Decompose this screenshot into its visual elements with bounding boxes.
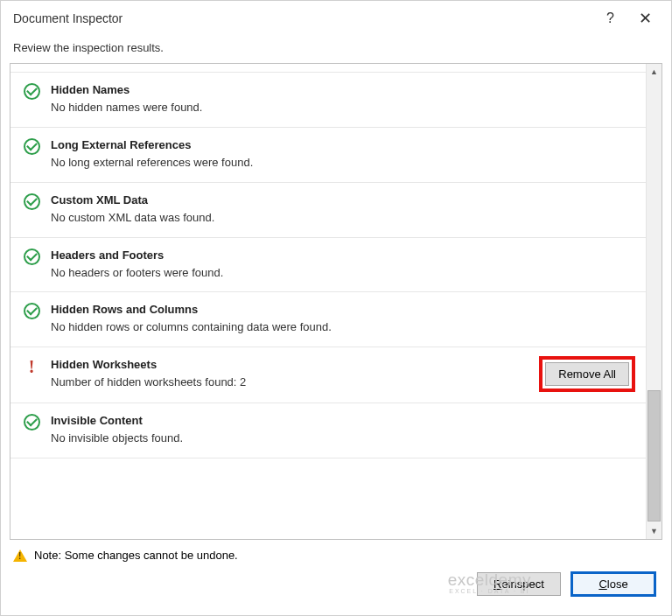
scroll-down-arrow-icon[interactable]: ▼: [647, 523, 662, 539]
help-icon[interactable]: ?: [606, 10, 614, 26]
result-item: Headers and FootersNo headers or footers…: [10, 238, 646, 293]
dialog-footer: Note: Some changes cannot be undone. Rei…: [1, 540, 671, 596]
result-title: Headers and Footers: [51, 248, 635, 262]
result-title: Hidden Names: [51, 83, 635, 96]
result-title: Long External References: [51, 138, 635, 151]
checkmark-icon: [24, 193, 40, 210]
result-description: No hidden rows or columns containing dat…: [51, 319, 635, 336]
dialog-titlebar: Document Inspector ? ✕: [1, 1, 671, 36]
checkmark-icon: [24, 248, 40, 265]
checkmark-icon: [24, 414, 40, 430]
footer-button-row: Reinspect Close: [13, 570, 659, 596]
result-description: No hidden names were found.: [51, 100, 635, 116]
results-panel: Hidden NamesNo hidden names were found.L…: [10, 63, 662, 540]
result-item: Hidden NamesNo hidden names were found.: [10, 73, 646, 128]
checkmark-icon: [24, 83, 40, 100]
close-button[interactable]: Close: [571, 572, 655, 596]
result-item: Invisible ContentNo invisible objects fo…: [10, 403, 646, 458]
result-description: No long external references were found.: [51, 155, 635, 172]
result-item: Custom XML DataNo custom XML data was fo…: [10, 183, 646, 238]
result-description: Number of hidden worksheets found: 2: [51, 374, 530, 391]
results-list: Hidden NamesNo hidden names were found.L…: [10, 64, 646, 539]
result-title: Hidden Rows and Columns: [51, 303, 635, 316]
scroll-track[interactable]: [647, 80, 662, 523]
exclamation-icon: !: [29, 358, 35, 392]
result-item: Hidden Rows and ColumnsNo hidden rows or…: [10, 292, 646, 347]
result-item: Long External ReferencesNo long external…: [10, 128, 646, 183]
scroll-up-arrow-icon[interactable]: ▲: [647, 64, 662, 80]
result-description: No invisible objects found.: [51, 430, 635, 447]
result-item: !Hidden WorksheetsNumber of hidden works…: [10, 347, 646, 403]
checkmark-icon: [24, 303, 40, 319]
footer-note-row: Note: Some changes cannot be undone.: [13, 549, 659, 562]
footer-note: Note: Some changes cannot be undone.: [34, 549, 238, 562]
result-title: Custom XML Data: [51, 193, 635, 206]
result-item-cutoff: [10, 64, 646, 73]
dialog-title: Document Inspector: [13, 11, 122, 25]
result-description: No custom XML data was found.: [51, 210, 635, 227]
reinspect-button[interactable]: Reinspect: [477, 572, 561, 596]
scrollbar[interactable]: ▲ ▼: [646, 64, 662, 539]
remove-all-highlight: Remove All: [539, 356, 635, 392]
close-icon[interactable]: ✕: [639, 9, 652, 28]
checkmark-icon: [24, 138, 40, 155]
result-description: No headers or footers were found.: [51, 265, 635, 282]
result-title: Hidden Worksheets: [51, 358, 530, 371]
warning-triangle-icon: [13, 550, 27, 562]
scroll-thumb[interactable]: [648, 390, 661, 522]
result-title: Invisible Content: [51, 414, 635, 427]
dialog-subheader: Review the inspection results.: [1, 36, 671, 63]
remove-all-button[interactable]: Remove All: [545, 362, 629, 386]
